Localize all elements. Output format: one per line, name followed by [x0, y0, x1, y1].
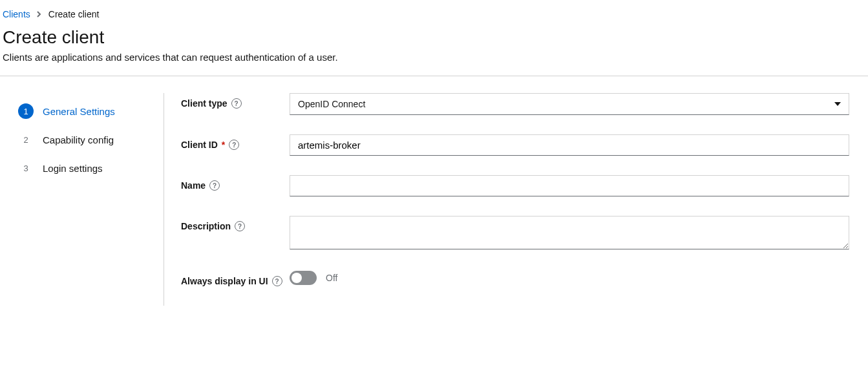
- label-text: Client ID: [181, 140, 218, 150]
- main-content: 1 General Settings 2 Capability config 3…: [0, 76, 868, 332]
- step-number-badge: 1: [18, 103, 34, 119]
- help-icon[interactable]: ?: [231, 98, 242, 109]
- step-number-badge: 3: [18, 160, 34, 176]
- always-display-toggle[interactable]: [290, 271, 317, 285]
- name-row: Name ?: [181, 175, 849, 196]
- client-id-input[interactable]: [290, 134, 849, 156]
- help-icon[interactable]: ?: [229, 140, 239, 150]
- label-text: Description: [181, 221, 231, 231]
- chevron-right-icon: [37, 9, 42, 19]
- required-asterisk: *: [222, 140, 225, 150]
- wizard-step-login-settings[interactable]: 3 Login settings: [13, 154, 151, 182]
- name-label: Name ?: [181, 175, 290, 191]
- always-display-state: Off: [326, 273, 337, 283]
- form-area: Client type ? OpenID Connect Client ID *…: [164, 93, 849, 306]
- label-text: Name: [181, 180, 206, 191]
- help-icon[interactable]: ?: [209, 180, 220, 191]
- description-textarea[interactable]: [290, 216, 849, 249]
- wizard-step-capability-config[interactable]: 2 Capability config: [13, 125, 151, 154]
- step-number-badge: 2: [18, 132, 34, 147]
- client-id-row: Client ID * ?: [181, 134, 849, 156]
- label-text: Client type: [181, 98, 228, 109]
- breadcrumb-parent-link[interactable]: Clients: [3, 9, 30, 19]
- client-type-select[interactable]: OpenID Connect: [290, 93, 849, 115]
- step-label: General Settings: [43, 106, 115, 117]
- help-icon[interactable]: ?: [272, 276, 282, 286]
- client-id-label: Client ID * ?: [181, 134, 290, 150]
- name-input[interactable]: [290, 175, 849, 196]
- client-type-row: Client type ? OpenID Connect: [181, 93, 849, 115]
- client-type-selected-value: OpenID Connect: [298, 99, 365, 109]
- caret-down-icon: [834, 102, 841, 106]
- always-display-label: Always display in UI ?: [181, 271, 290, 286]
- breadcrumb: Clients Create client: [0, 0, 868, 25]
- step-label: Capability config: [43, 134, 114, 145]
- label-text: Always display in UI: [181, 276, 268, 286]
- step-label: Login settings: [43, 163, 103, 174]
- page-subtitle: Clients are applications and services th…: [0, 52, 868, 76]
- page-title: Create client: [0, 25, 868, 52]
- help-icon[interactable]: ?: [235, 221, 245, 231]
- breadcrumb-current: Create client: [48, 9, 100, 19]
- wizard-step-general-settings[interactable]: 1 General Settings: [13, 97, 151, 125]
- description-label: Description ?: [181, 216, 290, 231]
- always-display-row: Always display in UI ? Off: [181, 271, 849, 286]
- wizard-nav: 1 General Settings 2 Capability config 3…: [13, 93, 164, 306]
- description-row: Description ?: [181, 216, 849, 251]
- client-type-label: Client type ?: [181, 93, 290, 109]
